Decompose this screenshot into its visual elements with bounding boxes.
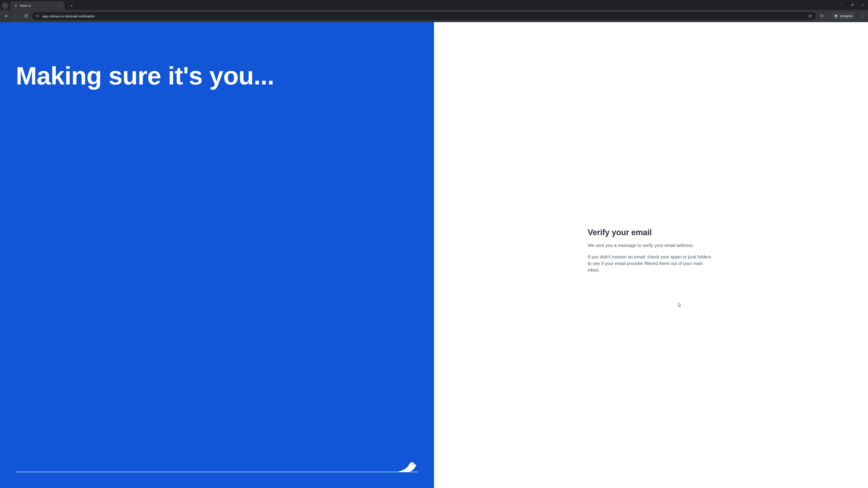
svg-point-4 — [835, 16, 836, 18]
toolbar-divider — [829, 13, 829, 19]
search-tabs-button[interactable] — [2, 2, 8, 9]
svg-point-8 — [862, 17, 862, 18]
tab-close-button[interactable] — [58, 4, 62, 8]
svg-point-9 — [413, 464, 414, 464]
kebab-icon — [860, 14, 864, 18]
hero-panel: Making sure it's you... — [0, 22, 434, 488]
maximize-button[interactable] — [847, 0, 858, 10]
close-window-button[interactable] — [858, 0, 868, 10]
extensions-button[interactable] — [818, 12, 826, 20]
verify-panel: Verify your email We sent you a message … — [434, 22, 868, 488]
chevron-down-icon — [4, 4, 7, 7]
close-icon — [862, 4, 864, 6]
arrow-right-icon — [14, 14, 18, 18]
incognito-icon — [834, 14, 838, 18]
verify-body: We sent you a message to verify your ema… — [588, 242, 714, 273]
toolbar: app.robinai.co.uk/email-verification Inc… — [0, 10, 868, 22]
reload-icon — [24, 14, 28, 18]
bookmark-button[interactable] — [807, 13, 813, 19]
incognito-chip[interactable]: Incognito — [832, 12, 856, 20]
forward-button[interactable] — [12, 12, 20, 20]
svg-rect-1 — [852, 4, 853, 6]
minimize-icon — [841, 4, 843, 6]
arrow-left-icon — [4, 14, 8, 18]
hero-headline: Making sure it's you... — [16, 63, 418, 89]
minimize-button[interactable] — [837, 0, 847, 10]
maximize-icon — [851, 4, 854, 6]
bird-divider — [16, 459, 418, 472]
svg-point-7 — [862, 16, 862, 16]
back-button[interactable] — [2, 12, 10, 20]
window-controls — [837, 0, 868, 10]
verify-heading: Verify your email — [588, 228, 714, 237]
divider-line — [16, 472, 418, 472]
tab-active[interactable]: Robin AI — [10, 1, 65, 10]
titlebar-spacer — [75, 0, 837, 10]
incognito-label: Incognito — [840, 14, 852, 18]
omnibox[interactable]: app.robinai.co.uk/email-verification — [32, 12, 816, 20]
verify-body-line1: We sent you a message to verify your ema… — [588, 242, 714, 249]
new-tab-button[interactable] — [68, 2, 75, 9]
extensions-icon — [820, 14, 824, 18]
verify-body-line2: If you didn't receive an email, check yo… — [588, 254, 714, 273]
page-content: Making sure it's you... Verify your emai… — [0, 22, 868, 488]
verify-inner: Verify your email We sent you a message … — [588, 228, 714, 273]
url-text: app.robinai.co.uk/email-verification — [42, 14, 805, 18]
reload-button[interactable] — [22, 12, 30, 20]
svg-point-5 — [836, 16, 837, 18]
svg-point-6 — [862, 15, 862, 15]
robin-favicon-icon — [13, 4, 18, 8]
site-info-button[interactable] — [35, 13, 40, 19]
browser-window: Robin AI — [0, 0, 868, 488]
menu-button[interactable] — [858, 12, 866, 20]
titlebar: Robin AI — [0, 0, 868, 10]
bird-icon — [395, 460, 417, 473]
plus-icon — [70, 4, 73, 7]
star-icon — [808, 14, 812, 18]
tab-title: Robin AI — [20, 4, 56, 7]
close-icon — [59, 4, 61, 7]
tune-icon — [36, 14, 39, 18]
tab-strip: Robin AI — [2, 0, 75, 10]
